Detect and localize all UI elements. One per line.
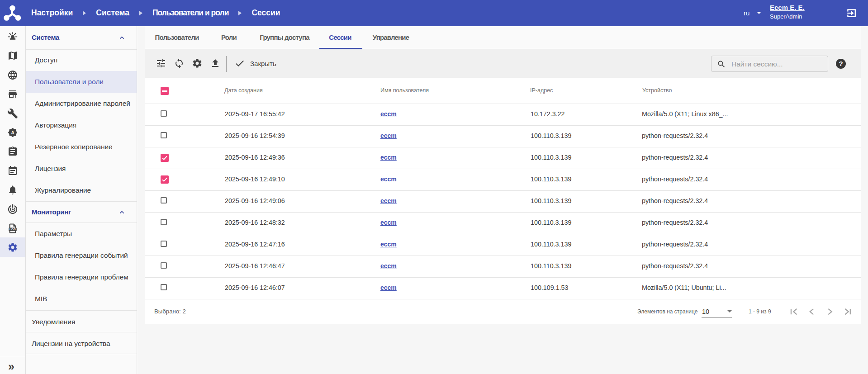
- svg-text:LOG: LOG: [9, 227, 16, 231]
- svg-text:A: A: [11, 130, 14, 135]
